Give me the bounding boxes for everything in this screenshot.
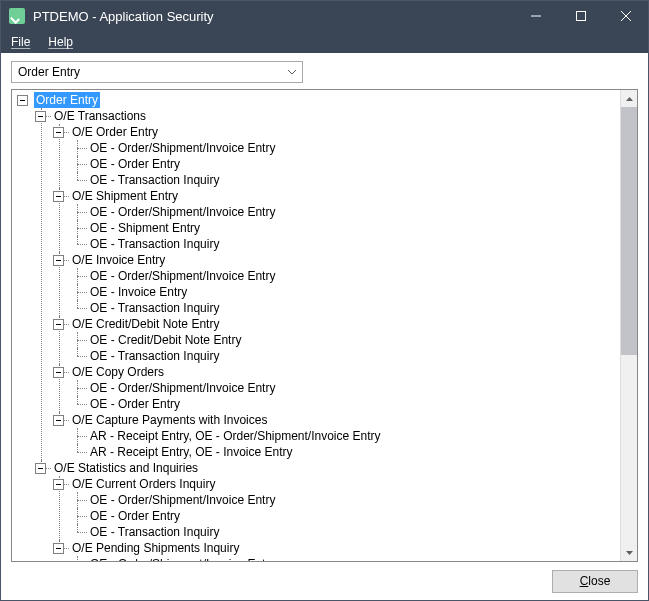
collapse-icon[interactable]	[53, 191, 64, 202]
tree-row[interactable]: O/E Current Orders Inquiry	[70, 476, 620, 492]
tree-row[interactable]: OE - Invoice Entry	[88, 284, 620, 300]
tree-label[interactable]: OE - Order Entry	[88, 396, 182, 412]
tree-row[interactable]: O/E Statistics and Inquiries	[52, 460, 620, 476]
collapse-icon[interactable]	[53, 319, 64, 330]
scroll-up-button[interactable]	[621, 90, 637, 107]
tree-label[interactable]: AR - Receipt Entry, OE - Invoice Entry	[88, 444, 295, 460]
tree-label[interactable]: O/E Shipment Entry	[70, 188, 180, 204]
tree-row[interactable]: OE - Order Entry	[88, 508, 620, 524]
menu-file[interactable]: File	[11, 35, 30, 49]
collapse-icon[interactable]	[53, 127, 64, 138]
close-button[interactable]: Close	[552, 570, 638, 593]
titlebar[interactable]: PTDEMO - Application Security	[1, 1, 648, 31]
tree-node: OE - Transaction Inquiry	[70, 300, 620, 316]
tree-label[interactable]: OE - Transaction Inquiry	[88, 524, 221, 540]
tree-node: OE - Shipment Entry	[70, 220, 620, 236]
collapse-icon[interactable]	[53, 255, 64, 266]
tree-row[interactable]: OE - Order/Shipment/Invoice Entry	[88, 140, 620, 156]
tree-row[interactable]: AR - Receipt Entry, OE - Invoice Entry	[88, 444, 620, 460]
tree-label[interactable]: OE - Order/Shipment/Invoice Entry	[88, 492, 277, 508]
tree-label[interactable]: OE - Transaction Inquiry	[88, 236, 221, 252]
tree-row[interactable]: OE - Order/Shipment/Invoice Entry	[88, 380, 620, 396]
tree-node: OE - Order/Shipment/Invoice Entry	[70, 204, 620, 220]
tree-label[interactable]: OE - Transaction Inquiry	[88, 300, 221, 316]
tree-label[interactable]: O/E Capture Payments with Invoices	[70, 412, 269, 428]
close-window-button[interactable]	[603, 1, 648, 31]
tree-label[interactable]: OE - Order/Shipment/Invoice Entry	[88, 380, 277, 396]
tree-label[interactable]: O/E Invoice Entry	[70, 252, 167, 268]
tree-label[interactable]: O/E Statistics and Inquiries	[52, 460, 200, 476]
tree-row[interactable]: OE - Transaction Inquiry	[88, 348, 620, 364]
tree-row[interactable]: OE - Transaction Inquiry	[88, 524, 620, 540]
tree-row[interactable]: OE - Transaction Inquiry	[88, 300, 620, 316]
tree-node: OE - Order/Shipment/Invoice Entry	[70, 268, 620, 284]
tree-row[interactable]: O/E Pending Shipments Inquiry	[70, 540, 620, 556]
collapse-icon[interactable]	[35, 111, 46, 122]
tree-label[interactable]: OE - Order/Shipment/Invoice Entry	[88, 140, 277, 156]
vertical-scrollbar[interactable]	[620, 90, 637, 561]
tree-row[interactable]: OE - Order Entry	[88, 156, 620, 172]
tree-row[interactable]: OE - Credit/Debit Note Entry	[88, 332, 620, 348]
tree-label[interactable]: OE - Order Entry	[88, 156, 182, 172]
tree-row[interactable]: O/E Credit/Debit Note Entry	[70, 316, 620, 332]
tree-label[interactable]: O/E Credit/Debit Note Entry	[70, 316, 221, 332]
tree-row[interactable]: OE - Transaction Inquiry	[88, 172, 620, 188]
collapse-icon[interactable]	[35, 463, 46, 474]
tree-label[interactable]: OE - Invoice Entry	[88, 284, 189, 300]
tree-row[interactable]: OE - Order/Shipment/Invoice Entry	[88, 204, 620, 220]
tree-view[interactable]: Order EntryO/E TransactionsO/E Order Ent…	[12, 90, 620, 561]
collapse-icon[interactable]	[53, 543, 64, 554]
tree-label[interactable]: O/E Transactions	[52, 108, 148, 124]
tree-label[interactable]: O/E Order Entry	[70, 124, 160, 140]
scroll-down-button[interactable]	[621, 544, 637, 561]
tree-node: AR - Receipt Entry, OE - Invoice Entry	[70, 444, 620, 460]
collapse-icon[interactable]	[53, 479, 64, 490]
tree-row[interactable]: O/E Transactions	[52, 108, 620, 124]
tree-row[interactable]: OE - Order/Shipment/Invoice Entry	[88, 492, 620, 508]
tree-row[interactable]: Order Entry	[34, 92, 620, 108]
tree-node: OE - Order Entry	[70, 396, 620, 412]
collapse-icon[interactable]	[17, 95, 28, 106]
collapse-icon[interactable]	[53, 415, 64, 426]
tree-label[interactable]: Order Entry	[34, 92, 100, 108]
tree-row[interactable]: AR - Receipt Entry, OE - Order/Shipment/…	[88, 428, 620, 444]
tree-label[interactable]: O/E Copy Orders	[70, 364, 166, 380]
tree-row[interactable]: O/E Shipment Entry	[70, 188, 620, 204]
tree-row[interactable]: O/E Capture Payments with Invoices	[70, 412, 620, 428]
chevron-down-icon	[286, 66, 298, 78]
tree-node: O/E Pending Shipments InquiryOE - Order/…	[52, 540, 620, 561]
tree-row[interactable]: O/E Order Entry	[70, 124, 620, 140]
tree-label[interactable]: OE - Order/Shipment/Invoice Entry	[88, 204, 277, 220]
tree-label[interactable]: OE - Order Entry	[88, 508, 182, 524]
tree-panel: Order EntryO/E TransactionsO/E Order Ent…	[11, 89, 638, 562]
tree-row[interactable]: OE - Transaction Inquiry	[88, 236, 620, 252]
tree-row[interactable]: O/E Invoice Entry	[70, 252, 620, 268]
tree-row[interactable]: OE - Order Entry	[88, 396, 620, 412]
tree-label[interactable]: AR - Receipt Entry, OE - Order/Shipment/…	[88, 428, 383, 444]
tree-row[interactable]: OE - Shipment Entry	[88, 220, 620, 236]
scrollbar-track[interactable]	[621, 355, 637, 544]
module-select[interactable]: Order Entry	[11, 61, 303, 83]
tree-label[interactable]: OE - Transaction Inquiry	[88, 348, 221, 364]
minimize-button[interactable]	[513, 1, 558, 31]
tree-row[interactable]: OE - Order/Shipment/Invoice Entry	[88, 268, 620, 284]
tree-row[interactable]: O/E Copy Orders	[70, 364, 620, 380]
tree-label[interactable]: O/E Pending Shipments Inquiry	[70, 540, 241, 556]
module-select-value: Order Entry	[18, 65, 80, 79]
tree-node: OE - Transaction Inquiry	[70, 524, 620, 540]
scrollbar-thumb[interactable]	[621, 107, 637, 355]
tree-label[interactable]: OE - Order/Shipment/Invoice Entry	[88, 556, 277, 561]
tree-label[interactable]: OE - Transaction Inquiry	[88, 172, 221, 188]
svg-rect-1	[576, 12, 585, 21]
tree-label[interactable]: OE - Order/Shipment/Invoice Entry	[88, 268, 277, 284]
menu-help[interactable]: Help	[48, 35, 73, 49]
tree-node: OE - Transaction Inquiry	[70, 172, 620, 188]
collapse-icon[interactable]	[53, 367, 64, 378]
tree-node: OE - Credit/Debit Note Entry	[70, 332, 620, 348]
tree-row[interactable]: OE - Order/Shipment/Invoice Entry	[88, 556, 620, 561]
tree-label[interactable]: OE - Shipment Entry	[88, 220, 202, 236]
tree-node: OE - Order/Shipment/Invoice Entry	[70, 556, 620, 561]
maximize-button[interactable]	[558, 1, 603, 31]
tree-label[interactable]: OE - Credit/Debit Note Entry	[88, 332, 243, 348]
tree-label[interactable]: O/E Current Orders Inquiry	[70, 476, 217, 492]
